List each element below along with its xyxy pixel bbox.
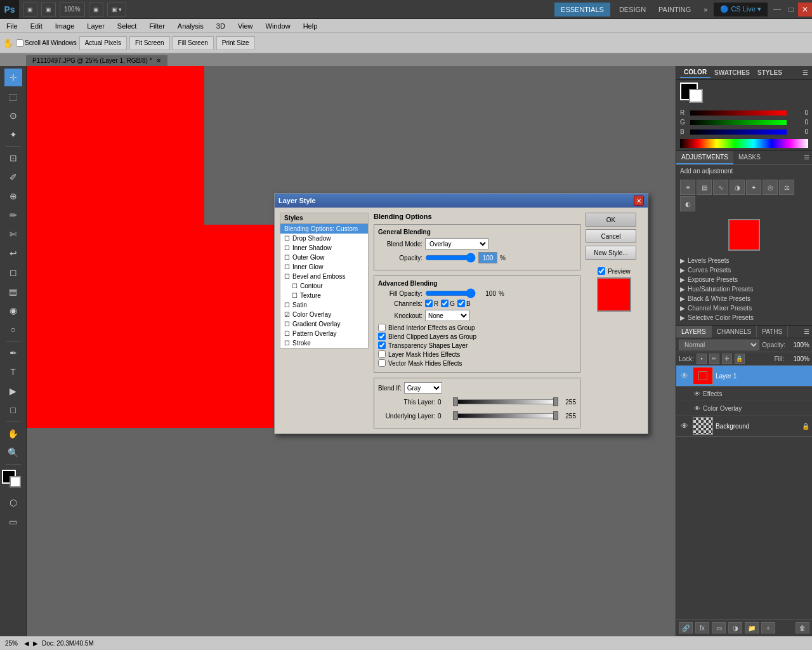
doc-options-btn[interactable]: ▣ (41, 3, 56, 17)
adjustments-tab[interactable]: ADJUSTMENTS (676, 151, 733, 164)
eraser-tool[interactable]: ◻ (4, 263, 22, 281)
painting-workspace-btn[interactable]: PAINTING (652, 3, 697, 17)
marquee-tool[interactable]: ⬚ (4, 88, 22, 105)
paths-tab[interactable]: PATHS (757, 326, 788, 338)
blend-mode-select[interactable]: Overlay (425, 238, 488, 249)
layers-panel-menu[interactable]: ☰ (801, 326, 812, 338)
view-extras-btn[interactable]: ▣ (89, 3, 103, 17)
underlying-thumb-left[interactable] (453, 411, 458, 420)
lasso-tool[interactable]: ⊙ (4, 107, 22, 124)
menu-view[interactable]: View (232, 21, 259, 31)
spot-healing-tool[interactable]: ⊕ (4, 187, 22, 205)
channel-g-check[interactable]: G (441, 300, 455, 307)
style-drop-shadow[interactable]: Drop Shadow (280, 234, 368, 243)
background-color[interactable] (10, 476, 21, 488)
style-gradient-overlay[interactable]: Gradient Overlay (280, 319, 368, 329)
layer-1-item[interactable]: 👁 Layer 1 fx (676, 366, 812, 387)
design-workspace-btn[interactable]: DESIGN (613, 3, 652, 17)
channel-b-check[interactable]: B (457, 300, 471, 307)
masks-tab[interactable]: MASKS (733, 151, 766, 164)
transparency-shapes-check[interactable]: Transparency Shapes Layer (378, 342, 576, 349)
background-swatch[interactable] (689, 89, 703, 103)
lock-image-icon[interactable]: ✏ (709, 354, 719, 364)
channelmixer-presets-row[interactable]: ▶ Channel Mixer Presets (676, 303, 812, 313)
color-overlay-effect-item[interactable]: 👁 Color Overlay (676, 401, 812, 416)
preview-check[interactable]: Preview (598, 267, 631, 275)
exposure-icon[interactable]: ◑ (730, 180, 745, 195)
levels-icon[interactable]: ▤ (697, 180, 712, 195)
huesat-presets-row[interactable]: ▶ Hue/Saturation Presets (676, 284, 812, 294)
brush-tool[interactable]: ✏ (4, 206, 22, 224)
layer-mask-btn[interactable]: ▭ (712, 622, 726, 633)
new-layer-btn[interactable]: + (761, 622, 775, 633)
print-size-btn[interactable]: Print Size (216, 36, 255, 50)
curves-presets-row[interactable]: ▶ Curves Presets (676, 265, 812, 275)
color-tab[interactable]: COLOR (680, 67, 710, 78)
cancel-button[interactable]: Cancel (586, 229, 636, 243)
lock-position-icon[interactable]: ✛ (722, 354, 732, 364)
exposure-presets-row[interactable]: ▶ Exposure Presets (676, 275, 812, 284)
channel-r-check[interactable]: R (425, 300, 438, 307)
style-contour[interactable]: Contour (280, 281, 368, 291)
tab-close-icon[interactable]: ✕ (156, 57, 161, 64)
fill-screen-btn[interactable]: Fill Screen (173, 36, 214, 50)
delete-layer-btn[interactable]: 🗑 (796, 622, 809, 633)
pen-tool[interactable]: ✒ (4, 344, 22, 362)
menu-edit[interactable]: Edit (24, 21, 49, 31)
adj-panel-menu[interactable]: ☰ (801, 151, 812, 164)
shape-tool[interactable]: □ (4, 401, 22, 419)
fill-opacity-slider[interactable] (425, 289, 476, 297)
channels-tab[interactable]: CHANNELS (712, 326, 757, 338)
color-spectrum-bar[interactable] (680, 139, 808, 148)
blend-interior-check[interactable]: Blend Interior Effects as Group (378, 324, 576, 331)
menu-select[interactable]: Select (111, 21, 143, 31)
background-layer-item[interactable]: 👁 Background 🔒 (676, 416, 812, 437)
menu-help[interactable]: Help (297, 21, 324, 31)
scroll-all-label[interactable]: Scroll All Windows (16, 39, 77, 47)
menu-image[interactable]: Image (49, 21, 81, 31)
this-layer-thumb-left[interactable] (453, 397, 458, 406)
color-overlay-vis[interactable]: 👁 (691, 402, 703, 414)
styles-tab[interactable]: STYLES (754, 68, 786, 77)
status-zoom-right-arrow[interactable]: ▶ (33, 640, 38, 647)
zoom-tool[interactable]: 🔍 (4, 444, 22, 461)
layer-style-btn[interactable]: fx (695, 622, 709, 633)
color-panel-menu[interactable]: ☰ (802, 69, 808, 76)
bw-presets-row[interactable]: ▶ Black & White Presets (676, 294, 812, 303)
effects-vis[interactable]: 👁 (691, 388, 703, 399)
swatches-tab[interactable]: SWATCHES (710, 68, 754, 77)
menu-filter[interactable]: Filter (143, 21, 171, 31)
lock-pixels-icon[interactable]: ▪ (697, 354, 707, 364)
new-group-btn[interactable]: 📁 (745, 622, 759, 633)
maximize-btn[interactable]: □ (784, 3, 798, 17)
bw-icon[interactable]: ◐ (680, 196, 695, 211)
blur-tool[interactable]: ◉ (4, 302, 22, 319)
vibrance-icon[interactable]: ✦ (746, 180, 761, 195)
magic-wand-tool[interactable]: ✦ (4, 126, 22, 143)
menu-window[interactable]: Window (259, 21, 297, 31)
underlying-thumb-right[interactable] (553, 411, 558, 420)
hue-sat-icon[interactable]: ◎ (763, 180, 778, 195)
doc-preset-btn[interactable]: ▣ (23, 3, 37, 17)
close-btn[interactable]: ✕ (798, 3, 812, 17)
levels-presets-row[interactable]: ▶ Levels Presets (676, 256, 812, 265)
scroll-all-checkbox[interactable] (16, 39, 23, 47)
eyedropper-tool[interactable]: ✐ (4, 168, 22, 186)
ok-button[interactable]: OK (586, 213, 636, 227)
style-color-overlay[interactable]: Color Overlay (280, 310, 368, 319)
effects-group-item[interactable]: 👁 Effects (676, 387, 812, 401)
fit-screen-btn[interactable]: Fit Screen (129, 36, 170, 50)
style-inner-shadow[interactable]: Inner Shadow (280, 243, 368, 253)
menu-3d[interactable]: 3D (210, 21, 232, 31)
brightness-contrast-icon[interactable]: ☀ (680, 180, 695, 195)
move-tool[interactable]: ✛ (4, 69, 22, 86)
background-visibility[interactable]: 👁 (679, 420, 690, 432)
this-layer-thumb-right[interactable] (553, 397, 558, 406)
selectivecolor-presets-row[interactable]: ▶ Selective Color Presets (676, 313, 812, 322)
hand-tool[interactable]: ✋ (4, 425, 22, 442)
minimize-btn[interactable]: — (770, 3, 784, 17)
lock-all-icon[interactable]: 🔒 (735, 354, 745, 364)
opacity-slider[interactable] (425, 254, 476, 262)
crop-tool[interactable]: ⊡ (4, 149, 22, 167)
menu-layer[interactable]: Layer (81, 21, 111, 31)
